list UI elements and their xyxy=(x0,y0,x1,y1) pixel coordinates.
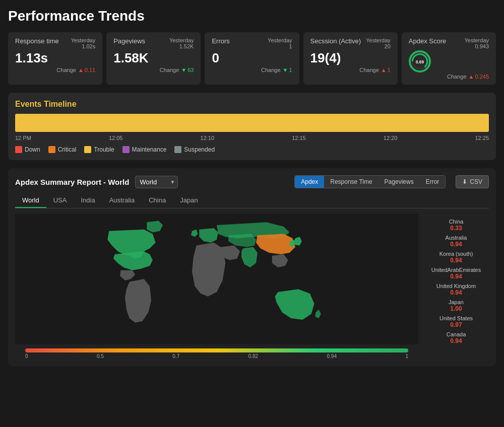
metrics-row: Response time Yesterday 1.02s 1.13s Chan… xyxy=(8,32,496,85)
summary-header: Apdex Summary Report - World World USA I… xyxy=(15,175,489,188)
page-title: Performance Trends xyxy=(8,8,496,24)
tab-error[interactable]: Error xyxy=(420,176,446,188)
legend-score-korea: 0.94 xyxy=(423,257,489,264)
metric-yesterday-label-apdex: Yesterday xyxy=(464,37,489,43)
legend-country-korea: Korea (south) xyxy=(423,251,489,257)
metric-change-errors: 1 xyxy=(283,67,292,73)
metric-change-apdex: 0.245 xyxy=(469,74,489,80)
legend-label-trouble: Trouble xyxy=(94,146,114,153)
tab-apdex[interactable]: Apdex xyxy=(295,176,324,188)
timeline-bar xyxy=(15,114,489,132)
timeline-title: Events Timeline xyxy=(15,100,489,109)
map-container: 0 0.5 0.7 0.82 0.94 1 China 0.33 Austral… xyxy=(15,214,489,359)
scale-label-4: 0.94 xyxy=(327,353,337,359)
metric-change-label-errors: Change xyxy=(261,67,281,73)
scale-label-2: 0.7 xyxy=(172,353,179,359)
legend-country-china: China xyxy=(423,219,489,225)
region-dropdown[interactable]: World USA India Australia China Japan xyxy=(135,176,178,188)
metric-change-label-apdex: Change xyxy=(447,74,467,80)
legend-item-suspended: Suspended xyxy=(174,146,215,153)
timeline-label-0: 12 PM xyxy=(15,135,31,141)
metric-value-session: 19(4) xyxy=(310,50,391,66)
legend-label-down: Down xyxy=(25,146,40,153)
csv-button[interactable]: ⬇ CSV xyxy=(456,175,489,188)
region-tab-australia[interactable]: Australia xyxy=(102,193,142,208)
legend-dot-suspended xyxy=(174,146,181,153)
legend-score-japan: 1.00 xyxy=(423,305,489,312)
timeline-label-1: 12:05 xyxy=(109,135,123,141)
legend-item-maintenance: Maintenance xyxy=(122,146,167,153)
metric-change-label-pageviews: Change xyxy=(160,67,179,73)
scale-labels: 0 0.5 0.7 0.82 0.94 1 xyxy=(15,353,418,359)
map-legend-panel: China 0.33 Australia 0.94 Korea (south) … xyxy=(423,214,489,359)
csv-label: CSV xyxy=(470,178,482,185)
metric-card-pageviews: Pageviews Yesterday 1.52K 1.58K Change 6… xyxy=(106,32,201,85)
metric-yesterday-value-apdex: 0.943 xyxy=(464,43,489,49)
scale-label-1: 0.5 xyxy=(97,353,104,359)
legend-score-china: 0.33 xyxy=(423,225,489,232)
metric-tabs: Apdex Response Time Pageviews Error xyxy=(294,175,446,188)
metric-yesterday-value-session: 20 xyxy=(366,43,391,49)
legend-item-down: Down xyxy=(15,146,40,153)
legend-country-us: United States xyxy=(423,315,489,321)
legend-row-canada: Canada 0.94 xyxy=(423,331,489,344)
legend-label-maintenance: Maintenance xyxy=(132,146,167,153)
metric-yesterday-value-response-time: 1.02s xyxy=(71,43,96,49)
region-tab-india[interactable]: India xyxy=(74,193,102,208)
metric-card-errors: Errors Yesterday 1 0 Change 1 xyxy=(205,32,299,85)
region-tabs: World USA India Australia China Japan xyxy=(15,193,489,208)
region-dropdown-wrapper[interactable]: World USA India Australia China Japan xyxy=(135,176,178,188)
legend-dot-trouble xyxy=(84,146,91,153)
legend-country-australia: Australia xyxy=(423,235,489,241)
world-map xyxy=(15,214,418,344)
apdex-summary-section: Apdex Summary Report - World World USA I… xyxy=(8,168,496,366)
tab-pageviews[interactable]: Pageviews xyxy=(379,176,420,188)
metric-card-session: Secssion (Active) Yesterday 20 19(4) Cha… xyxy=(303,32,398,85)
metric-label-pageviews: Pageviews xyxy=(113,37,145,45)
legend-row-uae: UnitedArabEmirates 0.94 xyxy=(423,267,489,280)
legend-item-critical: Critical xyxy=(48,146,77,153)
legend-score-us: 0.97 xyxy=(423,321,489,328)
legend-label-suspended: Suspended xyxy=(184,146,215,153)
map-scale: 0 0.5 0.7 0.82 0.94 1 xyxy=(15,348,418,359)
timeline-labels: 12 PM 12:05 12:10 12:15 12:20 12:25 xyxy=(15,135,489,141)
metric-change-pageviews: 63 xyxy=(181,67,194,73)
metric-yesterday-label-pageviews: Yesterday xyxy=(169,37,194,43)
metric-change-label-session: Change xyxy=(359,67,379,73)
metric-label-session: Secssion (Active) xyxy=(310,37,361,45)
timeline-label-2: 12:10 xyxy=(201,135,215,141)
metric-value-errors: 0 xyxy=(212,50,292,66)
legend-dot-down xyxy=(15,146,22,153)
scale-label-5: 1 xyxy=(405,353,408,359)
legend-country-canada: Canada xyxy=(423,331,489,337)
legend-row-uk: United Kingdom 0.94 xyxy=(423,283,489,296)
legend-score-uae: 0.94 xyxy=(423,273,489,280)
region-tab-japan[interactable]: Japan xyxy=(173,193,205,208)
tab-response-time[interactable]: Response Time xyxy=(324,176,378,188)
legend-row-korea: Korea (south) 0.94 xyxy=(423,251,489,264)
legend-row-us: United States 0.97 xyxy=(423,315,489,328)
legend-score-uk: 0.94 xyxy=(423,289,489,296)
metric-value-pageviews: 1.58K xyxy=(113,50,194,66)
metric-change-response-time: 0.11 xyxy=(78,67,95,73)
metric-yesterday-label-session: Yesterday xyxy=(366,37,391,43)
legend-country-uae: UnitedArabEmirates xyxy=(423,267,489,273)
timeline-label-5: 12:25 xyxy=(475,135,489,141)
timeline-legend: Down Critical Trouble Maintenance Suspen… xyxy=(15,146,489,153)
timeline-label-3: 12:15 xyxy=(292,135,306,141)
map-area: 0 0.5 0.7 0.82 0.94 1 xyxy=(15,214,418,359)
metric-change-session: 1 xyxy=(381,67,391,73)
legend-dot-critical xyxy=(48,146,55,153)
metric-card-response-time: Response time Yesterday 1.02s 1.13s Chan… xyxy=(8,32,102,85)
legend-row-china: China 0.33 xyxy=(423,219,489,232)
download-icon: ⬇ xyxy=(462,178,467,185)
region-tab-world[interactable]: World xyxy=(15,193,46,208)
metric-label-response-time: Response time xyxy=(15,37,59,45)
legend-item-trouble: Trouble xyxy=(84,146,114,153)
events-timeline-section: Events Timeline 12 PM 12:05 12:10 12:15 … xyxy=(8,93,496,160)
metric-card-apdex: Apdex Score Yesterday 0.943 0.69 Change … xyxy=(402,32,496,85)
region-tab-china[interactable]: China xyxy=(142,193,173,208)
metric-change-label-response-time: Change xyxy=(56,67,76,73)
legend-score-australia: 0.94 xyxy=(423,241,489,248)
region-tab-usa[interactable]: USA xyxy=(46,193,74,208)
